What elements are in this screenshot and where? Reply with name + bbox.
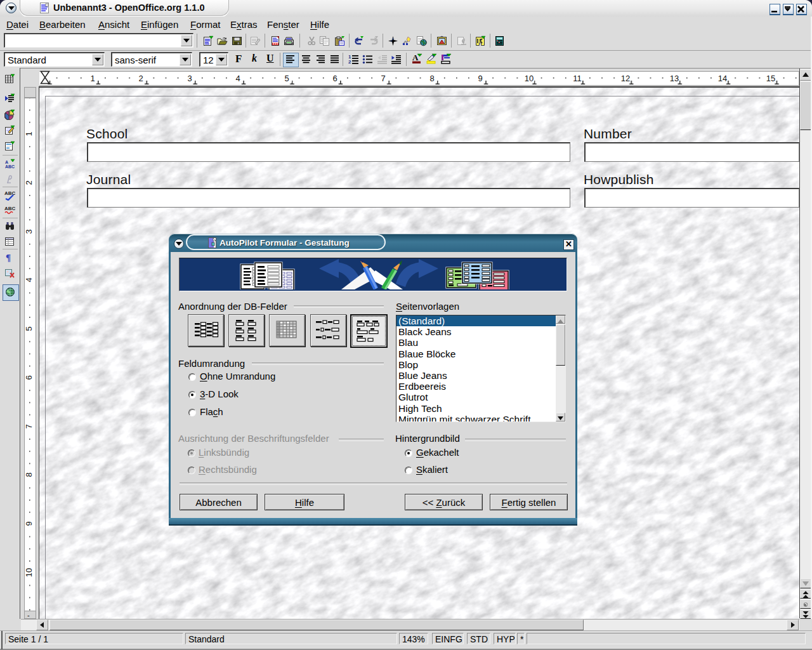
svg-text:1: 1 [90,74,95,83]
svg-text:A: A [412,53,419,62]
svg-text:1: 1 [25,131,34,136]
svg-text:6: 6 [25,375,34,380]
svg-text:¶: ¶ [6,253,11,263]
svg-text:8: 8 [429,74,434,83]
svg-text:15: 15 [766,74,775,83]
svg-text:2: 2 [25,180,34,185]
svg-text:5: 5 [284,74,289,83]
svg-text:ABC: ABC [4,206,15,211]
svg-text:4: 4 [25,277,34,282]
svg-text:8: 8 [25,472,34,477]
svg-text:5: 5 [25,326,34,331]
svg-text:6: 6 [332,74,337,83]
svg-text:10: 10 [525,74,534,83]
svg-text:2: 2 [348,59,351,65]
svg-text:3: 3 [25,229,34,234]
svg-text:13: 13 [670,74,679,83]
svg-text:A: A [5,160,8,164]
svg-text:14: 14 [718,74,727,83]
svg-text:10: 10 [25,568,34,577]
svg-text:12: 12 [621,74,630,83]
svg-text:4: 4 [235,74,240,83]
svg-text:9: 9 [25,521,34,526]
svg-text:11: 11 [573,74,582,83]
svg-text:7: 7 [381,74,385,83]
svg-text:9: 9 [478,74,482,83]
svg-text:7: 7 [25,424,34,428]
svg-text:2: 2 [138,74,143,83]
svg-text:3: 3 [187,74,192,83]
svg-text:ABC: ABC [5,164,15,169]
